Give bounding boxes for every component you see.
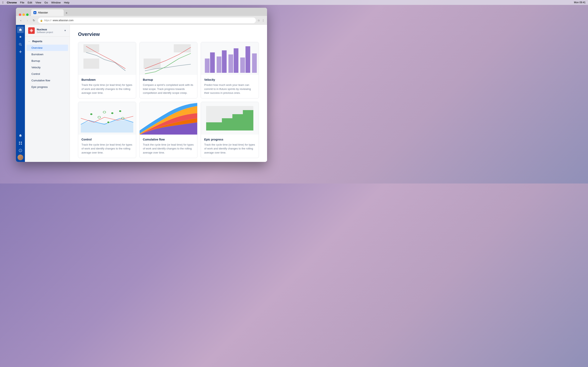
burnup-card[interactable]: Burnup Compare a sprint's completed work…: [139, 42, 198, 99]
help-menu[interactable]: Help: [64, 1, 69, 4]
project-header: Nucleus Software project ▼: [25, 25, 70, 36]
new-tab-button[interactable]: +: [64, 10, 69, 16]
user-avatar[interactable]: [17, 155, 23, 160]
forward-button[interactable]: ›: [25, 18, 30, 23]
bookmark-icon[interactable]: ☆: [258, 19, 260, 22]
svg-point-1: [19, 43, 21, 45]
burndown-title: Burndown: [81, 78, 133, 81]
burndown-card[interactable]: Burndown Track the cycle time (or lead t…: [78, 42, 136, 99]
svg-rect-5: [19, 142, 20, 143]
sidebar-item-epic-progress[interactable]: Epic progress: [26, 84, 68, 90]
svg-rect-15: [84, 58, 99, 69]
sidebar-item-burnup[interactable]: Burnup: [26, 58, 68, 64]
control-title: Control: [81, 138, 133, 141]
svg-rect-25: [246, 46, 250, 73]
svg-rect-22: [228, 54, 233, 73]
sidebar-item-burndown[interactable]: Burndown: [26, 51, 68, 58]
lock-icon: 🔒: [40, 19, 43, 22]
sidebar-item-cumulative-flow[interactable]: Cumulative flow: [26, 77, 68, 83]
cards-grid: Burndown Track the cycle time (or lead t…: [78, 42, 259, 158]
file-menu[interactable]: File: [20, 1, 24, 4]
app-name[interactable]: Chrome: [7, 1, 17, 4]
burnup-title: Burnup: [143, 78, 194, 81]
sidebar-nav: ← Reports Overview Burndown Burnup Veloc…: [25, 36, 70, 92]
window-menu[interactable]: Window: [51, 1, 61, 4]
home-icon-btn[interactable]: [17, 26, 24, 33]
svg-rect-6: [21, 142, 22, 143]
go-menu[interactable]: Go: [44, 1, 48, 4]
control-card[interactable]: Control Track the cycle time (or lead ti…: [78, 102, 136, 158]
svg-point-30: [119, 110, 121, 112]
project-sidebar: Nucleus Software project ▼ ← Reports Ove…: [25, 25, 70, 162]
svg-rect-20: [217, 57, 221, 73]
burnup-desc: Compare a sprint's completed work with i…: [143, 83, 194, 95]
velocity-card[interactable]: Velocity Predict how much work your team…: [201, 42, 259, 99]
tab-favicon: [34, 11, 36, 14]
svg-rect-8: [21, 143, 22, 145]
svg-rect-23: [234, 48, 238, 73]
active-tab[interactable]: Atlassian: [31, 9, 64, 16]
svg-rect-19: [210, 52, 215, 73]
svg-rect-21: [222, 50, 227, 73]
page-title: Overview: [78, 31, 259, 37]
apple-menu[interactable]: : [2, 1, 3, 4]
velocity-title: Velocity: [204, 78, 255, 81]
epic-desc: Track the cycle time (or lead time) for …: [204, 143, 255, 155]
add-icon-btn[interactable]: [17, 49, 24, 55]
refresh-button[interactable]: ↻: [31, 18, 36, 23]
notifications-icon-btn[interactable]: [17, 133, 24, 139]
minimize-button[interactable]: [22, 13, 25, 16]
edit-menu[interactable]: Edit: [27, 1, 32, 4]
url-bar[interactable]: 🔒 https:// www.atlassian.com: [38, 17, 256, 23]
epic-chart: [201, 102, 259, 134]
svg-point-33: [107, 121, 110, 123]
project-type: Software project: [37, 31, 62, 33]
epic-title: Epic progress: [204, 138, 255, 141]
maximize-button[interactable]: [26, 13, 29, 16]
icon-sidebar: ?: [16, 25, 25, 162]
menu-icon[interactable]: ⋮: [262, 19, 265, 22]
browser-content: ? Nucleus Software project: [16, 25, 267, 162]
sidebar-item-control[interactable]: Control: [26, 71, 68, 77]
cumflow-chart: [140, 102, 198, 134]
view-menu[interactable]: View: [35, 1, 41, 4]
search-icon-btn[interactable]: [17, 41, 24, 48]
address-bar: ‹ › ↻ 🔒 https:// www.atlassian.com ☆ ⋮: [16, 16, 267, 25]
cumflow-title: Cumulative flow: [143, 138, 194, 141]
cumflow-card[interactable]: Cumulative flow Track the cycle time (or…: [139, 102, 198, 158]
back-arrow-icon: ←: [28, 40, 31, 43]
menubar:  Chrome File Edit View Go Window Help M…: [0, 0, 294, 5]
svg-rect-26: [252, 53, 257, 73]
svg-point-29: [111, 112, 114, 114]
svg-point-27: [90, 113, 93, 115]
epic-card[interactable]: Epic progress Track the cycle time (or l…: [201, 102, 259, 158]
url-domain: www.atlassian.com: [53, 19, 73, 22]
reports-label: Reports: [32, 40, 42, 43]
apps-icon-btn[interactable]: [17, 140, 24, 146]
sidebar-item-velocity[interactable]: Velocity: [26, 64, 68, 71]
reports-section-header[interactable]: ← Reports: [25, 38, 70, 44]
traffic-lights: [19, 13, 29, 16]
close-button[interactable]: [19, 13, 21, 16]
tab-bar: Atlassian +: [16, 8, 267, 16]
svg-point-28: [103, 111, 106, 113]
burnup-chart: [140, 42, 198, 75]
browser-chrome: Atlassian + ‹ › ↻ 🔒 https:// www.atlassi…: [16, 8, 267, 25]
back-button[interactable]: ‹: [18, 18, 23, 23]
svg-rect-16: [174, 44, 191, 52]
svg-point-31: [98, 116, 100, 118]
project-name: Nucleus: [37, 28, 62, 31]
cumflow-desc: Track the cycle time (or lead time) for …: [143, 143, 194, 155]
svg-rect-18: [205, 58, 210, 73]
help-icon-btn[interactable]: ?: [17, 147, 24, 154]
project-dropdown-arrow[interactable]: ▼: [64, 29, 66, 32]
main-content: Overview: [70, 25, 267, 162]
browser-window: Atlassian + ‹ › ↻ 🔒 https:// www.atlassi…: [16, 8, 267, 162]
starred-icon-btn[interactable]: [17, 34, 24, 40]
control-desc: Track the cycle time (or lead time) for …: [81, 143, 133, 155]
velocity-chart: [201, 42, 259, 75]
url-scheme: https://: [44, 19, 52, 22]
sidebar-item-overview[interactable]: Overview: [26, 45, 68, 51]
svg-rect-24: [240, 58, 245, 73]
tab-label: Atlassian: [38, 11, 48, 14]
